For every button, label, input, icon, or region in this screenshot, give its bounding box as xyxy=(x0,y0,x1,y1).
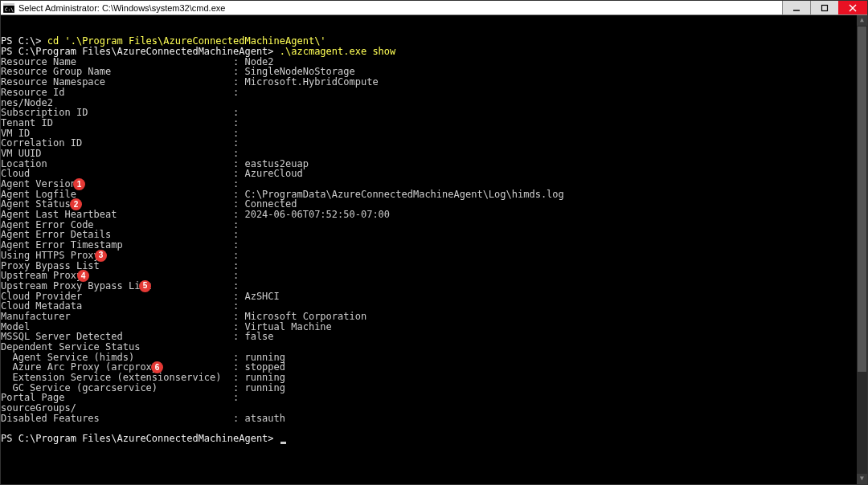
minimize-button[interactable] xyxy=(782,1,811,14)
output-line: Tenant ID : xyxy=(1,118,867,128)
titlebar[interactable]: C:\ Select Administrator: C:\Windows\sys… xyxy=(1,1,867,15)
prompt-text: PS C:\Program Files\AzureConnectedMachin… xyxy=(1,433,280,444)
output-line: Subscription ID : xyxy=(1,108,867,118)
output-line: Upstream Proxy Bypass List : 5 xyxy=(1,281,867,291)
window-controls xyxy=(783,1,867,14)
scroll-down-arrow[interactable]: ▼ xyxy=(857,474,867,484)
output-line: Agent Error Timestamp : xyxy=(1,240,867,251)
command-prompt-window: C:\ Select Administrator: C:\Windows\sys… xyxy=(0,0,868,485)
prompt-text: PS C:\Program Files\AzureConnectedMachin… xyxy=(1,46,280,57)
cmd-icon: C:\ xyxy=(2,2,15,14)
output-line: Agent Last Heartbeat : 2024-06-06T07:52:… xyxy=(1,210,867,220)
close-button[interactable] xyxy=(838,1,867,14)
output-line: VM UUID : xyxy=(1,149,867,159)
output-line: sourceGroups/ xyxy=(1,403,867,414)
cursor xyxy=(280,442,286,444)
svg-rect-1 xyxy=(3,3,14,6)
scrollbar[interactable]: ▲ ▼ xyxy=(857,15,867,484)
command-text: .\azcmagent.exe show xyxy=(280,46,396,57)
svg-text:C:\: C:\ xyxy=(5,6,14,12)
scroll-up-arrow[interactable]: ▲ xyxy=(857,15,867,26)
scrollbar-thumb[interactable] xyxy=(858,26,866,372)
svg-rect-4 xyxy=(822,5,828,10)
output-line: Resource Namespace : Microsoft.HybridCom… xyxy=(1,77,867,88)
output-line: Dependent Service Status xyxy=(1,342,867,353)
maximize-button[interactable] xyxy=(810,1,839,14)
terminal-output[interactable]: PS C:\> cd '.\Program Files\AzureConnect… xyxy=(1,15,867,484)
output-line: Using HTTPS Proxy : 3 xyxy=(1,251,867,261)
output-line: Agent Version : 1 xyxy=(1,179,867,190)
output-line: Extension Service (extensionservice) : r… xyxy=(1,373,867,383)
output-line: Disabled Features : atsauth xyxy=(1,414,867,424)
output-line: Portal Page : xyxy=(1,393,867,403)
output-line: Upstream Proxy : 4 xyxy=(1,271,867,281)
output-line: Resource Id : xyxy=(1,88,867,98)
output-line: Manufacturer : Microsoft Corporation xyxy=(1,312,867,322)
window-title: Select Administrator: C:\Windows\system3… xyxy=(18,3,783,13)
